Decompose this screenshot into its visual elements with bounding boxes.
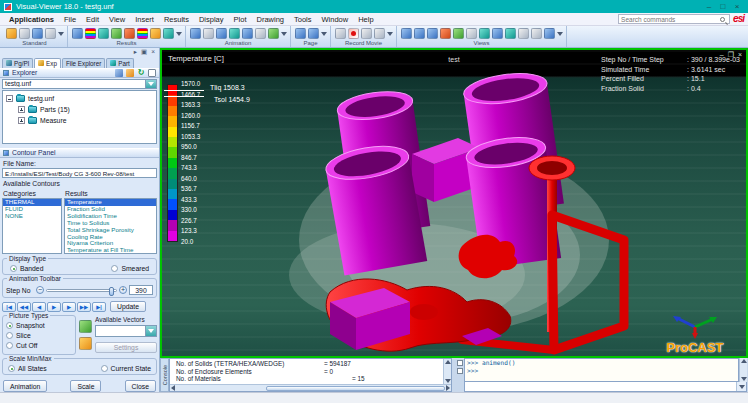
iso-view-icon[interactable] — [401, 28, 412, 39]
slice-tool-icon[interactable] — [79, 320, 92, 333]
scale-button[interactable]: Scale — [70, 380, 101, 392]
contour-settings-icon[interactable] — [85, 28, 96, 39]
vectors-selector[interactable] — [95, 325, 157, 337]
console-tab[interactable]: Console — [160, 358, 169, 392]
file-name-field[interactable]: E:/Installs/ESI/Test/Body CG 3-600 Rev-0… — [2, 168, 157, 178]
last-frame-icon[interactable] — [255, 28, 266, 39]
animation-overflow-icon[interactable] — [281, 32, 287, 36]
pan-icon[interactable] — [505, 28, 516, 39]
radio-slice[interactable]: Slice — [6, 332, 72, 339]
results-overflow-icon[interactable] — [176, 32, 182, 36]
materials-icon[interactable] — [137, 28, 148, 39]
search-input[interactable] — [619, 16, 720, 23]
export-icon[interactable] — [45, 28, 56, 39]
cutoff-tool-icon[interactable] — [79, 337, 92, 350]
refresh-icon[interactable]: ↻ — [137, 69, 145, 77]
play-button[interactable]: ▶ — [47, 302, 61, 312]
python-input[interactable] — [465, 383, 736, 390]
prev-page-icon[interactable] — [295, 28, 306, 39]
scroll-left-icon[interactable] — [171, 385, 175, 391]
menu-window[interactable]: Window — [317, 15, 354, 24]
standard-overflow-icon[interactable] — [58, 32, 64, 36]
last-step-button[interactable]: ▶| — [92, 302, 106, 312]
tab-part[interactable]: Part — [106, 58, 134, 68]
record-setup-icon[interactable] — [335, 28, 346, 39]
category-none[interactable]: NONE — [3, 213, 61, 220]
tree-row-measure[interactable]: Measure — [6, 115, 156, 126]
probe-icon[interactable] — [150, 28, 161, 39]
rewind-button[interactable]: ◀◀ — [17, 302, 31, 312]
expand-icon[interactable] — [18, 106, 25, 113]
expand-icon[interactable] — [18, 117, 25, 124]
close-button[interactable]: × — [730, 2, 744, 11]
export-movie-icon[interactable] — [268, 28, 279, 39]
tab-pgpl[interactable]: Pg/Pl — [2, 58, 33, 68]
import-icon[interactable] — [19, 28, 30, 39]
history-dropdown-icon[interactable] — [736, 382, 746, 391]
menu-insert[interactable]: Insert — [130, 15, 159, 24]
record-overflow-icon[interactable] — [387, 32, 393, 36]
section-icon[interactable] — [111, 28, 122, 39]
side-view-icon[interactable] — [427, 28, 438, 39]
vector-icon[interactable] — [98, 28, 109, 39]
step-value-field[interactable]: 390 — [129, 285, 153, 295]
annotation-icon[interactable] — [466, 28, 477, 39]
radio-all-states[interactable]: All States — [8, 365, 47, 372]
radio-cutoff[interactable]: Cut Off — [6, 342, 72, 349]
scroll-down-icon[interactable] — [445, 379, 451, 383]
menu-tools[interactable]: Tools — [289, 15, 317, 24]
play-icon[interactable] — [229, 28, 240, 39]
model-selector[interactable]: testg.unf — [2, 79, 157, 90]
dropdown-icon[interactable] — [145, 326, 156, 336]
prev-step-button[interactable]: ◀ — [32, 302, 46, 312]
scroll-up-icon[interactable] — [741, 359, 747, 363]
front-view-icon[interactable] — [414, 28, 425, 39]
views-overflow-icon[interactable] — [557, 32, 563, 36]
menu-drawing[interactable]: Drawing — [251, 15, 289, 24]
menu-help[interactable]: Help — [353, 15, 378, 24]
console-hscrollbar[interactable] — [170, 384, 451, 391]
step-minus-icon[interactable]: − — [36, 286, 44, 294]
animation-button[interactable]: Animation — [3, 380, 47, 392]
close-panel-icon[interactable]: × — [151, 48, 155, 56]
close-panel-button[interactable]: Close — [125, 380, 156, 392]
fit-icon[interactable] — [531, 28, 542, 39]
explorer-options-icon[interactable] — [148, 69, 156, 77]
menu-edit[interactable]: Edit — [81, 15, 104, 24]
stop-icon[interactable] — [374, 28, 385, 39]
minimize-button[interactable]: – — [702, 2, 716, 11]
pause-icon[interactable] — [361, 28, 372, 39]
first-frame-icon[interactable] — [203, 28, 214, 39]
pin-icon[interactable]: ▸ — [134, 48, 137, 56]
update-button[interactable]: Update — [110, 301, 146, 312]
prev-frame-icon[interactable] — [216, 28, 227, 39]
scroll-down-icon[interactable] — [741, 377, 747, 381]
record-icon[interactable] — [348, 28, 359, 39]
hscroll-thumb[interactable] — [266, 386, 445, 391]
float-icon[interactable]: ▣ — [141, 48, 147, 56]
top-view-icon[interactable] — [440, 28, 451, 39]
copy-icon[interactable] — [32, 28, 43, 39]
settings-button[interactable]: Settings — [95, 342, 157, 353]
menu-applications[interactable]: Applications — [4, 15, 59, 24]
cutoff-icon[interactable] — [163, 28, 174, 39]
iso-surface-icon[interactable] — [124, 28, 135, 39]
python-vscrollbar[interactable] — [739, 358, 747, 382]
search-icon[interactable] — [720, 17, 725, 22]
collapse-icon[interactable] — [6, 95, 13, 102]
radio-smeared[interactable]: Smeared — [111, 265, 149, 272]
step-plus-icon[interactable]: + — [119, 286, 127, 294]
dropdown-icon[interactable] — [145, 80, 156, 89]
scroll-right-icon[interactable] — [446, 385, 450, 391]
next-page-icon[interactable] — [308, 28, 319, 39]
next-step-button[interactable]: ▶ — [62, 302, 76, 312]
tree-row-parts[interactable]: Parts (15) — [6, 104, 156, 115]
radio-snapshot[interactable]: Snapshot — [6, 322, 72, 329]
open-icon[interactable] — [6, 28, 17, 39]
axis-icon[interactable] — [453, 28, 464, 39]
rotate-icon[interactable] — [479, 28, 490, 39]
page-overflow-icon[interactable] — [321, 32, 327, 36]
radio-current-state[interactable]: Current State — [101, 365, 151, 372]
console-mode-icon[interactable] — [457, 360, 463, 366]
menu-file[interactable]: File — [59, 15, 81, 24]
